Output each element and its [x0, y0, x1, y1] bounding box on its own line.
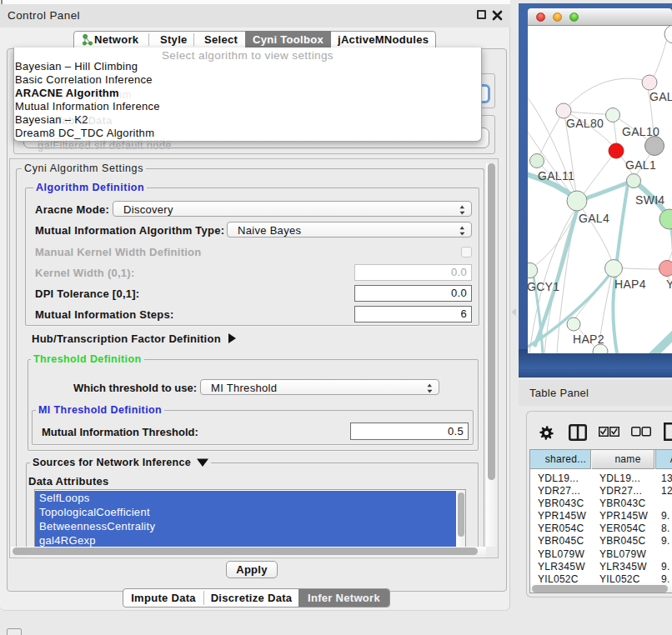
svg-text:GAL11: GAL11	[538, 169, 574, 182]
svg-text:Y: Y	[666, 278, 672, 291]
svg-text:GAL1: GAL1	[625, 158, 656, 172]
svg-text:GCY1: GCY1	[528, 280, 559, 293]
svg-text:GAL80: GAL80	[566, 117, 604, 130]
svg-text:GAL14: GAL14	[649, 90, 672, 103]
svg-text:GAL10: GAL10	[622, 125, 659, 138]
svg-text:SWI4: SWI4	[635, 193, 664, 207]
svg-text:GAL4: GAL4	[579, 212, 609, 225]
svg-text:HAP4: HAP4	[614, 278, 646, 291]
svg-text:HAP2: HAP2	[573, 332, 604, 346]
